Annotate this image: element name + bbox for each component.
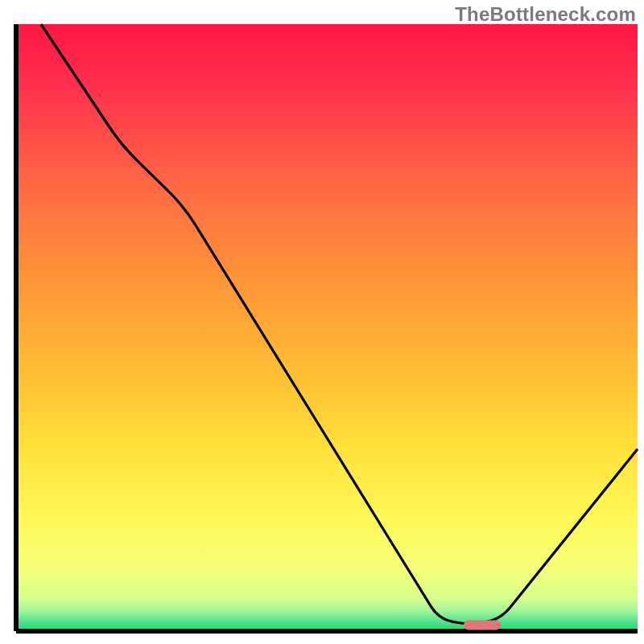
optimal-range-marker	[464, 620, 501, 630]
chart-container: TheBottleneck.com	[0, 0, 644, 644]
watermark-text: TheBottleneck.com	[455, 3, 636, 26]
bottleneck-chart	[0, 0, 644, 644]
plot-background	[16, 24, 638, 631]
